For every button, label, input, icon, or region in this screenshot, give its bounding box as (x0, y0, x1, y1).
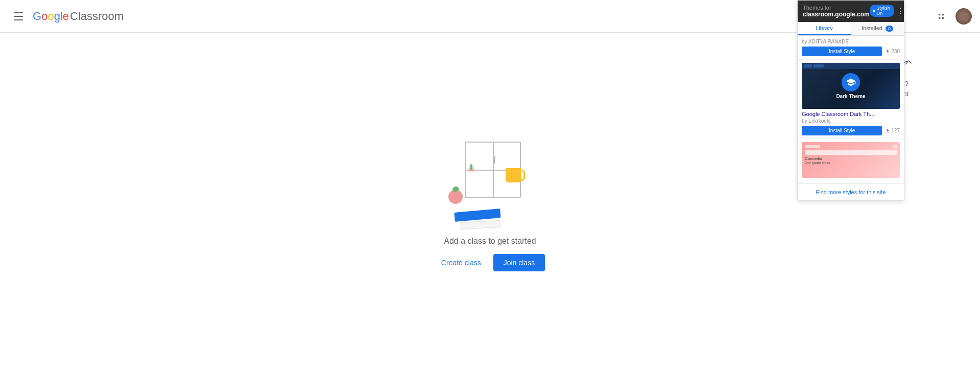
stylish-on-badge: Stylish On (870, 5, 895, 17)
join-class-button[interactable]: Join class (493, 254, 545, 271)
stylish-tabs: Library Installed 0 (798, 22, 904, 36)
empty-illustration: / (444, 131, 536, 228)
dark-theme-icon (842, 73, 860, 91)
tab-library[interactable]: Library (798, 22, 851, 35)
menu-button[interactable] (8, 6, 29, 27)
cup-icon (506, 168, 521, 182)
download-count-2: 127 (885, 128, 900, 133)
svg-point-2 (873, 10, 875, 12)
style-item-1: by ADITYA RANADE Install Style 230 (798, 36, 904, 60)
stylish-panel: Themes for classroom.google.com Stylish … (797, 0, 904, 201)
stylish-header: Themes for classroom.google.com Stylish … (798, 1, 904, 22)
install-button-1[interactable]: Install Style (802, 47, 882, 56)
empty-state: / Add a (435, 131, 545, 271)
pink-thumb-text: Concertia (805, 156, 897, 161)
style-item-2: Dark Theme Google Classroom Dark Th... b… (798, 60, 904, 139)
find-more-link[interactable]: Find more styles for this site (798, 183, 904, 200)
apps-button[interactable] (931, 6, 951, 27)
avatar[interactable] (955, 8, 972, 25)
svg-point-1 (470, 164, 472, 167)
create-class-button[interactable]: Create class (435, 255, 487, 271)
stylish-site: classroom.google.com (803, 11, 870, 18)
tab-installed[interactable]: Installed 0 (851, 22, 904, 35)
style-author-2: by Lekrkoekj (802, 118, 900, 124)
empty-state-text: Add a class to get started (444, 237, 536, 246)
more-options-icon[interactable]: ⋮ (896, 6, 904, 16)
empty-state-buttons: Create class Join class (435, 254, 545, 271)
slash-mark: / (492, 154, 497, 166)
stylish-scroll-area[interactable]: by ADITYA RANADE Install Style 230 (798, 36, 904, 183)
pen-icon (466, 163, 477, 174)
pink-theme-thumbnail: Concertia 2nd grade class (802, 142, 900, 178)
dark-theme-label: Dark Theme (836, 94, 865, 99)
dark-theme-thumbnail: Dark Theme (802, 63, 900, 109)
style-name-2: Google Classroom Dark Th... (802, 111, 900, 117)
download-count-1: 230 (885, 49, 900, 54)
style-item-3: Concertia 2nd grade class (798, 139, 904, 183)
book-stack-icon (455, 211, 506, 228)
plant-icon (448, 190, 463, 204)
install-button-2[interactable]: Install Style (802, 126, 882, 135)
installed-count-badge: 0 (886, 26, 893, 32)
stylish-title: Themes for (803, 5, 870, 11)
style-author-1: by ADITYA RANADE (802, 39, 900, 44)
app-name: Classroom (70, 10, 124, 23)
google-classroom-logo: Google Classroom (31, 10, 124, 23)
